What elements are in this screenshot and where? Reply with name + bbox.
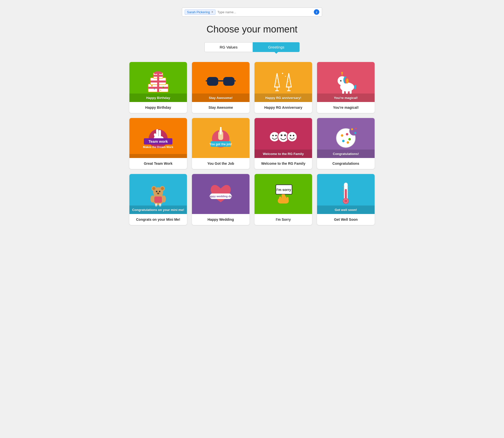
- svg-point-44: [341, 80, 341, 81]
- svg-point-42: [346, 78, 349, 84]
- svg-text:✦: ✦: [285, 75, 286, 78]
- svg-rect-101: [284, 196, 286, 200]
- card-image-youre-magical: You're magical!: [317, 62, 375, 102]
- card-image-happy-wedding: Happy wedding day!: [192, 174, 249, 214]
- page-title: Choose your moment: [5, 24, 499, 35]
- card-happy-wedding[interactable]: Happy wedding day! Happy Wedding: [192, 174, 249, 225]
- svg-rect-15: [207, 77, 218, 86]
- svg-rect-102: [287, 197, 289, 200]
- svg-point-65: [293, 135, 294, 136]
- svg-point-74: [354, 132, 356, 134]
- svg-point-64: [290, 135, 291, 136]
- svg-rect-38: [350, 90, 352, 94]
- card-image-welcome-rg-family: Welcome to the RG Family: [255, 118, 312, 158]
- svg-point-72: [347, 141, 349, 144]
- svg-rect-4: [148, 87, 168, 89]
- svg-rect-8: [153, 75, 163, 77]
- svg-rect-18: [206, 80, 207, 82]
- card-image-text-welcome-rg-family: Welcome to the RG Family: [263, 152, 304, 156]
- search-bar-wrapper: Sarah Pickering × i: [5, 8, 499, 16]
- svg-point-59: [275, 135, 277, 136]
- card-you-got-the-job[interactable]: You got the job! You Got the Job: [192, 118, 249, 169]
- card-label-congrats-mini-me: Congrats on your Mini Me!: [129, 214, 187, 225]
- card-image-text-get-well-soon: Get well soon!: [335, 208, 357, 212]
- svg-point-43: [340, 80, 342, 82]
- svg-point-28: [277, 78, 278, 79]
- svg-point-63: [287, 132, 297, 142]
- svg-point-87: [150, 196, 154, 202]
- svg-rect-99: [279, 196, 281, 200]
- svg-text:You got the job!: You got the job!: [209, 142, 232, 146]
- info-icon[interactable]: i: [314, 9, 319, 15]
- tag-close-button[interactable]: ×: [211, 10, 213, 14]
- svg-point-58: [272, 135, 274, 136]
- search-bar: Sarah Pickering × i: [182, 8, 322, 16]
- svg-rect-37: [346, 90, 348, 94]
- card-image-rg-anniversary: ✦ ✦ Happy RG anniversary!: [255, 62, 312, 102]
- card-rg-anniversary[interactable]: ✦ ✦ Happy RG anniversary! Happy RG Anniv…: [255, 62, 312, 113]
- svg-point-73: [351, 128, 353, 130]
- svg-text:Happy wedding day!: Happy wedding day!: [208, 195, 233, 198]
- card-youre-magical[interactable]: You're magical! You're magical!: [317, 62, 375, 113]
- svg-point-30: [289, 76, 290, 78]
- card-im-sorry[interactable]: I'm sorry I'm Sorry: [255, 174, 312, 225]
- card-image-text-congrats-mini-me: Congratulations on your mini me!: [132, 208, 184, 212]
- card-label-stay-awesome: Stay Awesome: [192, 102, 249, 113]
- svg-text:✦: ✦: [281, 72, 284, 75]
- card-label-happy-wedding: Happy Wedding: [192, 214, 249, 225]
- card-image-text-rg-anniversary: Happy RG anniversary!: [265, 96, 301, 100]
- svg-point-71: [342, 140, 345, 142]
- card-great-team-work[interactable]: Team work Makes the Dream Work Great Tea…: [129, 118, 187, 169]
- svg-point-75: [355, 128, 357, 129]
- card-label-get-well-soon: Get Well Soon: [317, 214, 375, 225]
- search-input[interactable]: [217, 10, 312, 14]
- card-image-congrats-mini-me: Congratulations on your mini me!: [129, 174, 187, 214]
- card-image-text-congratulations: Congratulations!: [333, 152, 359, 156]
- svg-rect-19: [234, 80, 236, 82]
- card-label-you-got-the-job: You Got the Job: [192, 158, 249, 169]
- svg-point-61: [281, 134, 283, 136]
- card-image-text-happy-birthday: Happy Birthday: [146, 96, 170, 100]
- svg-point-11: [151, 85, 153, 86]
- svg-point-88: [162, 196, 166, 202]
- tab-greetings[interactable]: Greetings: [253, 42, 300, 52]
- card-label-happy-birthday: Happy Birthday: [129, 102, 187, 113]
- card-label-im-sorry: I'm Sorry: [255, 214, 312, 225]
- svg-marker-39: [341, 72, 343, 76]
- card-welcome-rg-family[interactable]: Welcome to the RG Family Welcome to the …: [255, 118, 312, 169]
- search-tag[interactable]: Sarah Pickering ×: [185, 10, 215, 15]
- card-congratulations[interactable]: Congratulations! Congratulations: [317, 118, 375, 169]
- card-image-congratulations: Congratulations!: [317, 118, 375, 158]
- svg-marker-24: [286, 73, 291, 87]
- card-get-well-soon[interactable]: Get well soon! Get Well Soon: [317, 174, 375, 225]
- cards-grid: Happy Birthday Happy Birthday Stay Aweso…: [127, 62, 377, 225]
- card-stay-awesome[interactable]: Stay Awesome! Stay Awesome: [192, 62, 249, 113]
- svg-point-13: [162, 86, 164, 88]
- svg-point-69: [346, 133, 348, 136]
- svg-point-67: [349, 126, 358, 136]
- card-congrats-mini-me[interactable]: Congratulations on your mini me! Congrat…: [129, 174, 187, 225]
- card-label-welcome-rg-family: Welcome to the RG Family: [255, 158, 312, 169]
- svg-rect-16: [223, 77, 234, 86]
- svg-rect-86: [154, 196, 162, 203]
- svg-rect-6: [150, 80, 166, 82]
- card-image-text-youre-magical: You're magical!: [334, 96, 358, 100]
- card-label-great-team-work: Great Team Work: [129, 158, 187, 169]
- card-happy-birthday[interactable]: Happy Birthday Happy Birthday: [129, 62, 187, 113]
- tabs-container: RG Values Greetings: [5, 42, 499, 52]
- tab-rg-values[interactable]: RG Values: [204, 42, 253, 52]
- svg-point-82: [156, 191, 157, 192]
- svg-rect-36: [342, 90, 344, 94]
- card-label-rg-anniversary: Happy RG Anniversary: [255, 102, 312, 113]
- svg-point-14: [160, 90, 161, 91]
- svg-point-68: [341, 134, 343, 137]
- svg-point-29: [277, 82, 277, 82]
- card-image-you-got-the-job: You got the job!: [192, 118, 249, 158]
- tag-label: Sarah Pickering: [187, 10, 210, 14]
- card-image-great-team-work: Team work Makes the Dream Work: [129, 118, 187, 158]
- card-image-text-stay-awesome: Stay Awesome!: [209, 96, 232, 100]
- svg-rect-100: [282, 196, 284, 200]
- card-image-im-sorry: I'm sorry: [255, 174, 312, 214]
- svg-rect-53: [220, 127, 221, 134]
- card-image-happy-birthday: Happy Birthday: [129, 62, 187, 102]
